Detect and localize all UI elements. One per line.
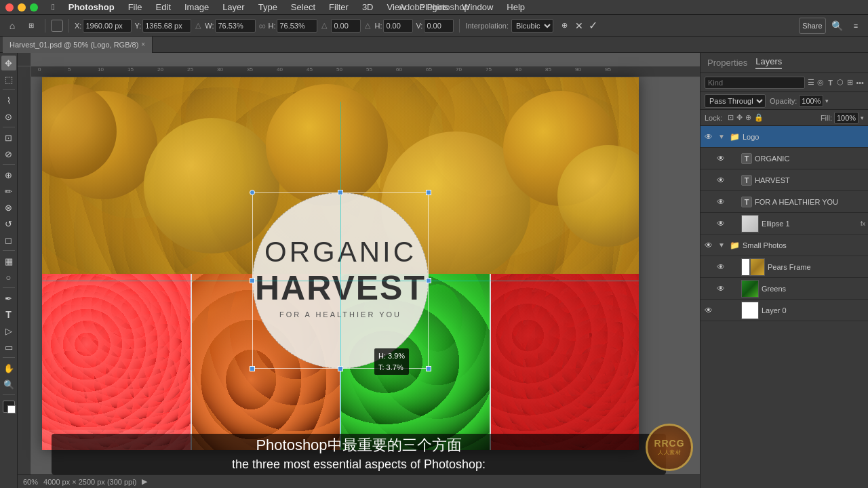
gradient-tool[interactable]: ▦ xyxy=(1,253,16,268)
path-select-tool[interactable]: ▷ xyxy=(1,323,16,338)
lock-position-icon[interactable]: ✥ xyxy=(736,113,743,122)
lasso-tool[interactable]: ⌇ xyxy=(1,93,16,108)
maximize-button[interactable] xyxy=(30,3,38,12)
rect-select-tool[interactable] xyxy=(51,20,63,32)
layer-visibility-ellipse[interactable]: 👁 xyxy=(715,218,726,229)
layer-item-tagline[interactable]: 👁 T FOR A HEALTHIER YOU xyxy=(701,191,868,213)
shape-tool[interactable]: ▭ xyxy=(1,340,16,354)
layer-thumb-pears-photo xyxy=(750,258,765,276)
layer-item-logo[interactable]: 👁 ▼ 📁 Logo xyxy=(701,126,868,148)
layer-visibility-tagline[interactable]: 👁 xyxy=(715,197,726,207)
layer-item-harvest[interactable]: 👁 T HARVEST xyxy=(701,169,868,191)
layer-visibility-harvest[interactable]: 👁 xyxy=(715,175,726,186)
lock-artboard-icon[interactable]: ⊕ xyxy=(745,113,751,122)
layer-filter-smart-icon[interactable]: ⊞ xyxy=(846,77,854,89)
eyedropper-tool[interactable]: ⊘ xyxy=(1,146,16,161)
history-brush-tool[interactable]: ↺ xyxy=(1,216,16,231)
arrange-button[interactable]: ⊞ xyxy=(23,18,39,34)
tab-close-button[interactable]: × xyxy=(141,41,145,48)
image-menu[interactable]: Image xyxy=(179,0,214,15)
rot-field: 0.00 xyxy=(331,19,361,33)
stamp-tool[interactable]: ⊗ xyxy=(1,200,16,215)
confirm-transform[interactable]: ✓ xyxy=(589,19,597,32)
app-name[interactable]: Photoshop xyxy=(63,0,120,15)
eraser-tool[interactable]: ◻ xyxy=(1,232,16,247)
layer-visibility-layer0[interactable]: 👁 xyxy=(703,305,714,316)
layers-tab-label[interactable]: Layers xyxy=(755,56,782,69)
foreground-color[interactable] xyxy=(3,401,15,413)
minimize-button[interactable] xyxy=(18,3,26,12)
edit-menu[interactable]: Edit xyxy=(151,0,176,15)
filter-menu[interactable]: Filter xyxy=(323,0,354,15)
layer-expand-small-photos[interactable]: ▼ xyxy=(717,241,726,250)
layer-filter-shape-icon[interactable]: ⬡ xyxy=(836,77,844,89)
layer-visibility-greens[interactable]: 👁 xyxy=(715,283,726,294)
layer-name-ellipse: Ellipse 1 xyxy=(762,220,858,228)
layer-filter-more-icon[interactable]: ••• xyxy=(856,77,864,89)
layer-filter-type-icon[interactable]: T xyxy=(827,77,834,89)
hand-tool[interactable]: ✋ xyxy=(1,361,16,375)
pen-tool[interactable]: ✒ xyxy=(1,291,16,306)
help-menu[interactable]: Help xyxy=(501,0,530,15)
h-skew-input[interactable] xyxy=(383,19,413,33)
document-tab[interactable]: Harvest_01.psd @ 50% (Logo, RGB/8) × xyxy=(3,37,153,53)
fill-input[interactable] xyxy=(834,112,859,124)
layers-search-input[interactable] xyxy=(705,77,805,89)
warp-button[interactable]: ⊕ xyxy=(556,18,572,34)
layer-item-layer0[interactable]: 👁 Layer 0 xyxy=(701,300,868,321)
layer-expand-logo[interactable]: ▼ xyxy=(717,132,726,142)
v-skew-input[interactable] xyxy=(424,19,454,33)
layer-visibility-pears-frame[interactable]: 👁 xyxy=(715,262,726,272)
tooltip-dy: T: 3.7% xyxy=(378,362,405,373)
quick-select-tool[interactable]: ⊙ xyxy=(1,109,16,124)
layer-item-greens[interactable]: 👁 Greens xyxy=(701,278,868,300)
lock-all-icon[interactable]: 🔒 xyxy=(754,113,764,122)
layer-item-pears-frame[interactable]: 👁 Pears Frame xyxy=(701,256,868,278)
heal-tool[interactable]: ⊕ xyxy=(1,167,16,182)
canvas-area[interactable]: 0 5 10 15 20 25 30 35 40 45 50 55 60 65 … xyxy=(18,53,700,488)
marquee-tool[interactable]: ⬚ xyxy=(1,72,16,87)
more-button[interactable]: ≡ xyxy=(848,18,864,34)
h-input[interactable]: 76.53% xyxy=(277,19,317,33)
three-d-menu[interactable]: 3D xyxy=(357,0,379,15)
w-input[interactable]: 76.53% xyxy=(215,19,256,33)
properties-header: Properties Layers xyxy=(701,53,868,73)
h-label: H: xyxy=(268,22,275,30)
type-tool[interactable]: T xyxy=(1,307,16,322)
layer-item-small-photos[interactable]: 👁 ▼ 📁 Small Photos xyxy=(701,235,868,256)
brush-tool[interactable]: ✏ xyxy=(1,184,16,199)
y-input[interactable]: 1365.68 px xyxy=(142,19,191,33)
layer-item-ellipse[interactable]: 👁 Ellipse 1 fx xyxy=(701,213,868,235)
home-button[interactable]: ⌂ xyxy=(4,18,20,34)
blend-mode-select[interactable]: Pass Through Normal Multiply Screen xyxy=(705,94,766,108)
x-input[interactable]: 1960.00 px xyxy=(83,19,132,33)
layer-visibility-logo[interactable]: 👁 xyxy=(703,131,714,142)
zoom-tool[interactable]: 🔍 xyxy=(1,377,16,392)
share-button[interactable]: Share xyxy=(799,18,826,34)
cancel-transform[interactable]: ✕ xyxy=(575,20,583,31)
properties-tab-label[interactable]: Properties xyxy=(707,58,747,68)
move-tool[interactable]: ✥ xyxy=(1,56,16,70)
layer-filter-adjust-icon[interactable]: ◎ xyxy=(816,77,824,89)
close-button[interactable] xyxy=(5,3,14,12)
interpolation-select[interactable]: Bicubic xyxy=(511,19,553,33)
select-menu[interactable]: Select xyxy=(285,0,321,15)
layer-type-icon-harvest: T xyxy=(741,175,752,186)
lock-checkers-icon[interactable]: ⊡ xyxy=(728,113,734,122)
rotation-input[interactable]: 0.00 xyxy=(331,19,361,33)
type-menu[interactable]: Type xyxy=(253,0,283,15)
file-menu[interactable]: File xyxy=(123,0,148,15)
dodge-tool[interactable]: ○ xyxy=(1,270,16,285)
subtitle-bar: Photoshop中最重要的三个方面 the three most essent… xyxy=(52,434,666,474)
layer-filter-pixel-icon[interactable]: ☰ xyxy=(807,77,814,89)
layer-fx-ellipse[interactable]: fx xyxy=(861,220,865,227)
layer-visibility-small-photos[interactable]: 👁 xyxy=(703,240,714,251)
layer-item-organic[interactable]: 👁 T ORGANIC xyxy=(701,148,868,169)
layer-visibility-organic[interactable]: 👁 xyxy=(715,153,726,164)
apple-menu[interactable]:  xyxy=(46,0,60,15)
logo-circle: ORGANIC HARVEST FOR A HEALTHIER YOU xyxy=(252,192,429,369)
layer-menu[interactable]: Layer xyxy=(217,0,250,15)
search-button[interactable]: 🔍 xyxy=(829,18,845,34)
opacity-input[interactable] xyxy=(799,95,823,107)
crop-tool[interactable]: ⊡ xyxy=(1,130,16,145)
